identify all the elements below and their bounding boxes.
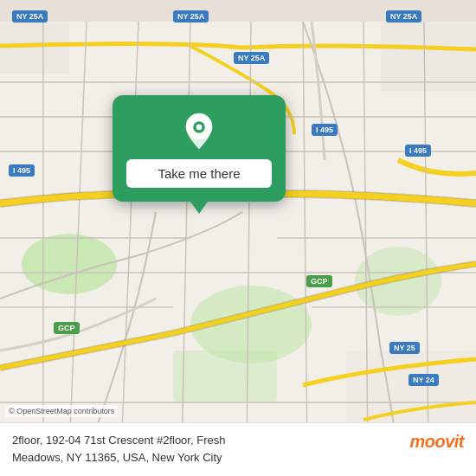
badge-ny24-brr: NY 24 [408, 374, 439, 386]
badge-i495-mr: I 495 [405, 145, 431, 157]
badge-ny25a-tr: NY 25A [386, 10, 421, 23]
moovit-logo: moovit [409, 432, 464, 452]
location-pin-icon [180, 113, 218, 151]
svg-point-28 [196, 125, 203, 131]
badge-i495-l: I 495 [9, 164, 35, 177]
badge-ny25a-tl: NY 25A [12, 10, 48, 23]
badge-ny25a-tc: NY 25A [173, 10, 209, 23]
map-container: NY 25A NY 25A NY 25A NY 25A I 495 I 495 … [0, 0, 476, 476]
badge-gcp-mc: GCP [306, 275, 332, 287]
badge-ny25a-mc: NY 25A [234, 52, 269, 64]
badge-gcp-bl: GCP [54, 322, 80, 334]
badge-ny25-br: NY 25 [389, 342, 420, 354]
svg-rect-6 [381, 22, 476, 91]
address-text: 2floor, 192-04 71st Crescent #2floor, Fr… [12, 432, 399, 466]
take-me-there-button[interactable]: Take me there [126, 159, 272, 188]
osm-attribution: © OpenStreetMap contributors [5, 405, 118, 417]
bottom-bar: 2floor, 192-04 71st Crescent #2floor, Fr… [0, 422, 476, 476]
popup-card: Take me there [113, 95, 286, 202]
badge-i495-ml: I 495 [312, 124, 338, 136]
moovit-logo-text: moovit [409, 432, 464, 452]
svg-rect-4 [173, 351, 277, 402]
